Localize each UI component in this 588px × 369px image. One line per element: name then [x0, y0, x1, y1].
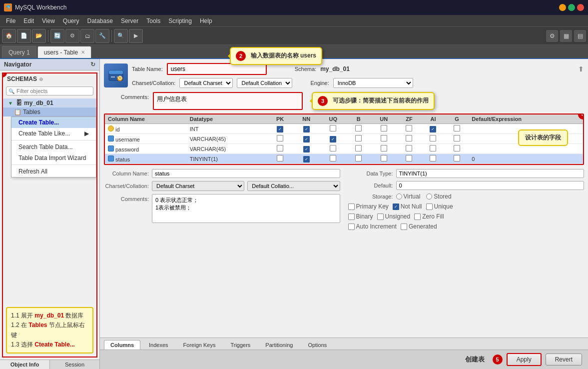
- nn-checkbox-id[interactable]: ✓: [303, 126, 310, 132]
- nn-checkbox-username[interactable]: ✓: [303, 136, 310, 142]
- col-g-password[interactable]: [445, 144, 469, 154]
- tree-db-node[interactable]: ▼ 🗄 my_db_01: [3, 98, 96, 108]
- nav-tab-object-info[interactable]: Object Info: [0, 360, 50, 369]
- b-checkbox-id[interactable]: [355, 125, 362, 132]
- engine-select[interactable]: InnoDB: [333, 78, 413, 88]
- table-row[interactable]: username VARCHAR(45) ✓ ✓: [105, 134, 583, 144]
- menu-view[interactable]: View: [38, 16, 59, 26]
- tool-panel1[interactable]: ▦: [560, 30, 572, 42]
- tab-indexes[interactable]: Indexes: [142, 340, 175, 350]
- pk-checkbox-password[interactable]: [277, 145, 283, 152]
- detail-collation-select[interactable]: Default Collatio...: [247, 181, 340, 191]
- tool-gear[interactable]: ⚙: [546, 30, 558, 42]
- toolbar-table[interactable]: 🗂: [80, 29, 94, 43]
- check-pk-label[interactable]: Primary Key: [348, 203, 389, 210]
- un-checkbox-password[interactable]: [381, 145, 387, 152]
- tab-foreign-keys[interactable]: Foreign Keys: [177, 340, 222, 350]
- navigator-refresh-icon[interactable]: ↻: [90, 61, 95, 68]
- col-uq-username[interactable]: ✓: [320, 134, 347, 144]
- pk-checkbox-status[interactable]: [277, 155, 283, 162]
- tree-tables-node[interactable]: 📋 Tables: [3, 108, 96, 116]
- apply-button[interactable]: Apply: [507, 353, 542, 366]
- g-checkbox-status[interactable]: [454, 155, 460, 162]
- check-unsigned-label[interactable]: Unsigned: [377, 213, 411, 220]
- check-binary-label[interactable]: Binary: [348, 213, 373, 220]
- menu-database[interactable]: Database: [83, 16, 117, 26]
- detail-datatype-input[interactable]: [396, 169, 585, 178]
- filter-box[interactable]: 🔍: [6, 86, 93, 96]
- zf-checkbox-status[interactable]: [406, 155, 412, 162]
- toolbar-new-query[interactable]: 📄: [17, 29, 31, 43]
- table-row[interactable]: id INT ✓ ✓ ✓: [105, 124, 583, 134]
- menu-scripting[interactable]: Scripting: [164, 16, 196, 26]
- window-controls[interactable]: [559, 4, 584, 11]
- col-b-username[interactable]: [347, 134, 371, 144]
- menu-help[interactable]: Help: [196, 16, 216, 26]
- tab-query1[interactable]: Query 1: [2, 46, 36, 58]
- ctx-create-table[interactable]: Create Table...: [11, 117, 96, 128]
- col-ai-id[interactable]: ✓: [421, 124, 445, 134]
- uq-checkbox-username[interactable]: ✓: [330, 136, 336, 142]
- zf-checkbox-id[interactable]: [406, 125, 412, 132]
- storage-stored-label[interactable]: Stored: [426, 193, 451, 200]
- check-generated[interactable]: [401, 224, 407, 230]
- un-checkbox-username[interactable]: [381, 135, 387, 142]
- revert-button[interactable]: Revert: [546, 354, 582, 366]
- ctx-import-wizard[interactable]: Table Data Import Wizard: [11, 152, 96, 164]
- check-ai-label[interactable]: Auto Increment: [348, 223, 397, 230]
- col-un-username[interactable]: [371, 134, 397, 144]
- collation-select[interactable]: Default Collation: [237, 78, 292, 88]
- col-zf-username[interactable]: [397, 134, 421, 144]
- storage-virtual-radio[interactable]: [396, 194, 402, 200]
- col-b-password[interactable]: [347, 144, 371, 154]
- tab-triggers[interactable]: Triggers: [224, 340, 257, 350]
- check-nn-label[interactable]: ✓ Not Null: [393, 203, 422, 210]
- scroll-up-icon[interactable]: ⬆: [578, 65, 584, 73]
- col-b-status[interactable]: [347, 154, 371, 164]
- col-pk-username[interactable]: [267, 134, 293, 144]
- col-zf-status[interactable]: [397, 154, 421, 164]
- menu-edit[interactable]: Edit: [19, 16, 38, 26]
- toolbar-refresh[interactable]: 🔄: [50, 29, 64, 43]
- toolbar-run[interactable]: ▶: [129, 29, 143, 43]
- comments-input[interactable]: 用户信息表: [153, 92, 303, 110]
- pk-checkbox-username[interactable]: [277, 135, 283, 142]
- table-row[interactable]: status TINYINT(1) ✓ 0: [105, 154, 583, 164]
- ai-checkbox-username[interactable]: [430, 135, 436, 142]
- toolbar-settings[interactable]: ⚙: [65, 29, 79, 43]
- col-pk-id[interactable]: ✓: [267, 124, 293, 134]
- menu-file[interactable]: File: [2, 16, 19, 26]
- storage-stored-radio[interactable]: [426, 194, 432, 200]
- col-zf-id[interactable]: [397, 124, 421, 134]
- charset-select[interactable]: Default Charset: [179, 78, 233, 88]
- close-button[interactable]: [577, 4, 584, 11]
- ai-checkbox-id[interactable]: ✓: [430, 126, 436, 132]
- detail-col-name-input[interactable]: [152, 169, 340, 178]
- ctx-search-table[interactable]: Search Table Data...: [11, 142, 96, 152]
- tab-partitioning[interactable]: Partitioning: [259, 340, 299, 350]
- check-ai[interactable]: [348, 224, 355, 230]
- col-uq-password[interactable]: [320, 144, 347, 154]
- col-nn-status[interactable]: ✓: [293, 154, 320, 164]
- toolbar-schema[interactable]: 🔧: [95, 29, 109, 43]
- minimize-button[interactable]: [559, 4, 566, 11]
- col-b-id[interactable]: [347, 124, 371, 134]
- b-checkbox-status[interactable]: [355, 155, 362, 162]
- col-g-username[interactable]: [445, 134, 469, 144]
- col-zf-password[interactable]: [397, 144, 421, 154]
- pk-checkbox-id[interactable]: ✓: [277, 126, 283, 132]
- ai-checkbox-password[interactable]: [430, 145, 436, 152]
- tab-columns[interactable]: Columns: [104, 340, 140, 350]
- check-unsigned[interactable]: [377, 214, 384, 220]
- g-checkbox-username[interactable]: [454, 135, 460, 142]
- detail-charset-select[interactable]: Default Charset: [152, 181, 244, 191]
- zf-checkbox-username[interactable]: [406, 135, 412, 142]
- col-uq-id[interactable]: [320, 124, 347, 134]
- ctx-refresh-all[interactable]: Refresh All: [11, 166, 96, 177]
- tab-users-table[interactable]: users - Table ✕: [37, 46, 91, 58]
- ctx-create-table-like[interactable]: Create Table Like... ▶: [11, 128, 96, 139]
- un-checkbox-status[interactable]: [381, 155, 387, 162]
- check-nn[interactable]: ✓: [393, 204, 399, 210]
- filter-input[interactable]: [16, 88, 91, 94]
- nav-tab-session[interactable]: Session: [50, 360, 99, 369]
